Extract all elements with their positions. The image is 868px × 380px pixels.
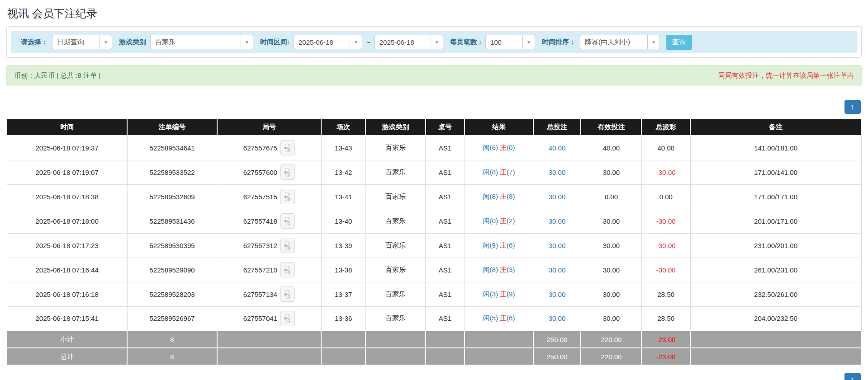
- footer-valid-bet: 220.00: [581, 331, 641, 348]
- footer-empty-cell: [426, 331, 465, 348]
- summary-bar: 币别：人民币 | 总共 :8 注单 | 同局有效投注，统一计算在该局第一张注单内: [6, 65, 862, 86]
- video-icon-button[interactable]: [280, 213, 295, 229]
- cell-note: 231.00/201.00: [690, 233, 861, 258]
- date-from-input[interactable]: 2025-06-18 ▼: [294, 35, 362, 49]
- footer-empty-cell: [321, 348, 365, 365]
- video-file-icon: [283, 266, 292, 274]
- result-link[interactable]: 闲(8) 庄(3): [483, 266, 515, 273]
- video-icon-button[interactable]: [280, 189, 295, 204]
- cell-time: 2025-06-18 07:15:41: [7, 306, 127, 331]
- cell-round-id: 627557041: [217, 306, 321, 331]
- cell-total-bet: 30.00: [533, 184, 581, 209]
- video-icon-button[interactable]: [280, 286, 295, 302]
- total-bet-link[interactable]: 30.00: [549, 291, 566, 298]
- total-bet-link[interactable]: 30.00: [549, 266, 566, 274]
- date-to-input[interactable]: 2025-06-18 ▼: [375, 35, 443, 49]
- cell-game-type: 百家乐: [365, 136, 425, 160]
- cell-result: 闲(3) 庄(9): [465, 282, 533, 306]
- page-size-select[interactable]: 100 ▼: [485, 35, 535, 49]
- result-link[interactable]: 闲(5) 庄(6): [483, 314, 515, 322]
- time-sort-label: 时间排序：: [542, 38, 576, 47]
- chevron-down-icon[interactable]: ▼: [522, 35, 535, 49]
- result-link[interactable]: 闲(9) 庄(6): [483, 241, 515, 249]
- chevron-down-icon[interactable]: ▼: [431, 35, 443, 49]
- table-row: 2025-06-18 07:18:38522589532609627557515…: [7, 184, 861, 209]
- date-to-value: 2025-06-18: [375, 35, 431, 49]
- time-sort-select[interactable]: 降幂(由大到小) ▼: [580, 35, 660, 49]
- video-icon-button[interactable]: [280, 140, 295, 155]
- cell-time: 2025-06-18 07:19:07: [7, 160, 127, 184]
- footer-empty-cell: [217, 348, 321, 365]
- page-1-button[interactable]: 1: [844, 373, 861, 380]
- result-link[interactable]: 闲(3) 庄(9): [483, 290, 515, 298]
- cell-session: 13-40: [321, 209, 365, 233]
- round-id-text: 627557134: [243, 291, 277, 298]
- date-from-value: 2025-06-18: [294, 35, 350, 49]
- video-icon-button[interactable]: [280, 238, 295, 253]
- cell-game-type: 百家乐: [365, 233, 425, 258]
- cell-valid-bet: 30.00: [581, 160, 641, 184]
- result-link[interactable]: 闲(8) 庄(8): [483, 192, 515, 200]
- chevron-down-icon[interactable]: ▼: [350, 35, 362, 49]
- result-banker-points: (0): [507, 144, 515, 151]
- query-type-select[interactable]: 日期查询 ▼: [52, 35, 112, 49]
- date-range-tilde: ~: [366, 38, 370, 46]
- round-id-wrap: 627557312: [220, 238, 318, 253]
- cell-table-no: AS1: [426, 258, 465, 282]
- video-icon-button[interactable]: [280, 311, 295, 326]
- round-id-text: 627557515: [243, 193, 277, 201]
- result-link[interactable]: 闲(6) 庄(0): [483, 144, 515, 151]
- result-banker: 庄: [500, 217, 507, 225]
- table-row: 2025-06-18 07:16:18522589528203627557134…: [7, 282, 861, 306]
- cell-round-id: 627557600: [217, 160, 321, 184]
- cell-payout: -30.00: [641, 209, 690, 233]
- chevron-down-icon[interactable]: ▼: [647, 35, 659, 49]
- chevron-down-icon[interactable]: ▼: [100, 35, 112, 49]
- total-bet-link[interactable]: 30.00: [549, 217, 566, 225]
- result-banker-points: (3): [507, 266, 515, 273]
- cell-game-type: 百家乐: [365, 209, 425, 233]
- cell-bet-id: 522589532609: [127, 184, 217, 209]
- round-id-wrap: 627557600: [220, 164, 318, 180]
- cell-time: 2025-06-18 07:16:44: [7, 258, 127, 282]
- cell-round-id: 627557210: [217, 258, 321, 282]
- page-1-button[interactable]: 1: [844, 100, 861, 114]
- total-bet-link[interactable]: 30.00: [549, 314, 566, 322]
- total-bet-link[interactable]: 30.00: [549, 169, 566, 176]
- cell-valid-bet: 0.00: [581, 184, 641, 209]
- cell-session: 13-42: [321, 160, 365, 184]
- time-sort-value: 降幂(由大到小): [580, 35, 647, 49]
- cell-valid-bet: 30.00: [581, 306, 641, 331]
- cell-table-no: AS1: [426, 160, 465, 184]
- total-bet-link[interactable]: 40.00: [549, 144, 566, 152]
- video-file-icon: [283, 144, 292, 152]
- page-size-label: 每页笔数 :: [450, 38, 481, 47]
- cell-session: 13-36: [321, 306, 365, 331]
- total-bet-link[interactable]: 30.00: [549, 193, 566, 201]
- chevron-down-icon[interactable]: ▼: [241, 35, 253, 49]
- round-id-text: 627557600: [243, 169, 277, 176]
- cell-bet-id: 522589526967: [127, 306, 217, 331]
- game-type-select[interactable]: 百家乐 ▼: [150, 35, 253, 49]
- cell-round-id: 627557515: [217, 184, 321, 209]
- cell-time: 2025-06-18 07:17:23: [7, 233, 127, 258]
- result-banker: 庄: [500, 192, 507, 200]
- cell-game-type: 百家乐: [365, 306, 425, 331]
- cell-result: 闲(0) 庄(2): [465, 209, 533, 233]
- cell-valid-bet: 30.00: [581, 282, 641, 306]
- result-banker-points: (2): [507, 217, 515, 225]
- table-row: 2025-06-18 07:19:07522589533522627557600…: [7, 160, 861, 184]
- result-link[interactable]: 闲(8) 庄(7): [483, 168, 515, 176]
- query-type-label: 请选择：: [21, 38, 48, 47]
- video-icon-button[interactable]: [280, 164, 295, 180]
- result-link[interactable]: 闲(0) 庄(2): [483, 217, 515, 225]
- pagination-top: 1: [6, 100, 861, 114]
- video-icon-button[interactable]: [280, 262, 295, 277]
- search-button[interactable]: 查询: [666, 35, 692, 50]
- filter-bar: 请选择： 日期查询 ▼ 游戏类别 百家乐 ▼ 时间区间: 2025-06-18 …: [11, 31, 857, 53]
- cell-table-no: AS1: [426, 184, 465, 209]
- footer-empty-cell: [365, 348, 425, 365]
- table-row: 2025-06-18 07:19:37522589534641627557675…: [7, 136, 861, 160]
- total-bet-link[interactable]: 30.00: [549, 242, 566, 249]
- currency-summary-text: 币别：人民币 | 总共 :8 注单 |: [14, 71, 100, 80]
